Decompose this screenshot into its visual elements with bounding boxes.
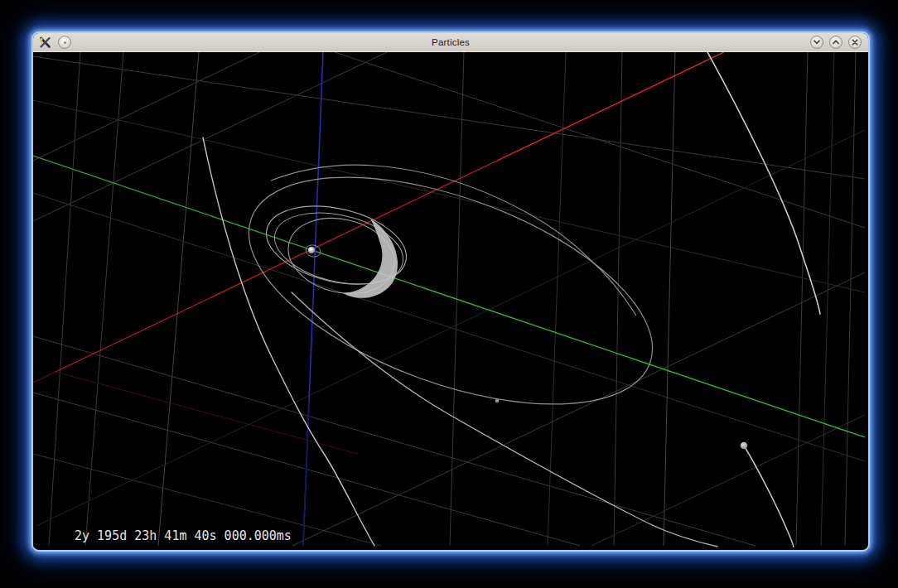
- trail-arc-right: [707, 52, 820, 314]
- shade-window-button[interactable]: [810, 36, 823, 49]
- orbit-rings: [220, 131, 682, 451]
- particle-sun: [308, 247, 315, 253]
- orbit-arc-upper: [271, 165, 636, 316]
- particle-sun-highlight: [310, 248, 312, 251]
- close-icon: [851, 38, 859, 46]
- grid-lines: [33, 52, 865, 546]
- particle-small: [495, 399, 499, 402]
- orbit-ring-outer: [220, 131, 682, 451]
- trail-arc-left: [203, 137, 374, 546]
- window-menu-button[interactable]: [58, 36, 71, 49]
- titlebar[interactable]: Particles: [33, 33, 868, 52]
- particle-scene-canvas[interactable]: [33, 52, 865, 547]
- particle-large: [741, 442, 748, 450]
- chevron-up-icon: [832, 38, 840, 46]
- particles: [308, 247, 747, 449]
- screenshot-background: Particles: [0, 0, 898, 588]
- close-window-button[interactable]: [848, 36, 862, 49]
- window-menu-dot-icon: [64, 41, 66, 44]
- app-icon-crossed-tools: [38, 36, 52, 50]
- simulation-viewport[interactable]: 2y 195d 23h 41m 40s 000.000ms: [33, 52, 865, 547]
- window-title: Particles: [33, 37, 868, 47]
- particles-window: Particles: [31, 31, 870, 552]
- x-axis-red-dark-extension: [33, 372, 56, 383]
- x-axis-red-bright-tip: [497, 52, 724, 161]
- trail-arc-bottom: [292, 292, 717, 547]
- axis-triad: [33, 52, 865, 546]
- simulation-time-display: 2y 195d 23h 41m 40s 000.000ms: [75, 528, 292, 543]
- unshade-window-button[interactable]: [829, 36, 842, 49]
- chevron-down-icon: [813, 38, 821, 46]
